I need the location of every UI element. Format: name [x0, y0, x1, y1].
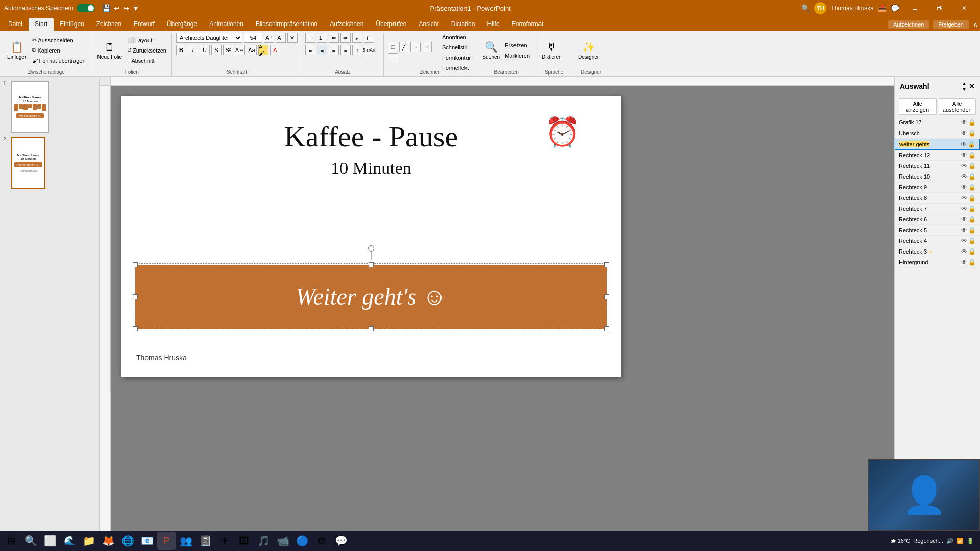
handle-bc[interactable] [369, 326, 374, 331]
visibility-icon[interactable]: 👁 [961, 141, 967, 148]
close-btn[interactable]: ✕ [952, 0, 976, 16]
sel-item[interactable]: Rechteck 9👁🔒 [895, 182, 980, 193]
sel-item[interactable]: Rechteck 7👁🔒 [895, 204, 980, 214]
align-center-btn[interactable]: ≡ [317, 45, 327, 55]
tab-ueberpruefen[interactable]: Überprüfen [370, 18, 412, 31]
handle-tl[interactable] [133, 262, 138, 267]
sel-item[interactable]: Rechteck 4👁🔒 [895, 236, 980, 246]
more-shapes-btn[interactable]: ⋯ [388, 53, 398, 63]
slide-2-thumb[interactable]: Kaffee - Pause 10 Minuten Weiter geht's … [11, 137, 45, 189]
visibility-icon[interactable]: 👁 [961, 130, 967, 137]
share-icon[interactable]: 📤 [878, 4, 887, 12]
tab-aufzeichnen[interactable]: Aufzeichnen [324, 18, 370, 31]
visibility-icon[interactable]: 👁 [961, 184, 967, 191]
redo-icon[interactable]: ↪ [123, 4, 129, 12]
visibility-icon[interactable]: 👁 [961, 152, 967, 159]
zuruecksetzen-btn[interactable]: ↺Zurücksetzen [125, 46, 168, 55]
shadow-btn[interactable]: S² [223, 45, 233, 55]
visibility-icon[interactable]: 👁 [961, 205, 967, 212]
sel-item[interactable]: Rechteck 12👁🔒 [895, 150, 980, 161]
lock-icon[interactable]: 🔒 [968, 152, 976, 159]
autosave-toggle[interactable] [77, 4, 95, 12]
suchen-btn[interactable]: 🔍 Suchen [480, 36, 502, 65]
chrome-btn[interactable]: 🌐 [118, 532, 137, 550]
visibility-icon[interactable]: 👁 [961, 227, 967, 234]
file-explorer-btn[interactable]: 📁 [80, 532, 98, 550]
font-case-btn[interactable]: Aa [247, 45, 257, 55]
visibility-icon[interactable]: 👁 [961, 259, 967, 266]
lock-icon[interactable]: 🔒 [968, 173, 976, 180]
lock-icon[interactable]: 🔒 [968, 162, 976, 169]
extra1-btn[interactable]: 🔵 [293, 532, 311, 550]
sel-item[interactable]: Rechteck 6👁🔒 [895, 214, 980, 225]
lock-icon[interactable]: 🔒 [968, 227, 976, 234]
handle-ml[interactable] [133, 294, 138, 299]
format-uebertragen-btn[interactable]: 🖌Format übertragen [30, 56, 87, 65]
justify-btn[interactable]: ≡ [340, 45, 351, 55]
column-btn[interactable]: ⫼ [364, 33, 374, 43]
edge-btn[interactable]: 🌊 [60, 532, 79, 550]
ersetzen-btn[interactable]: Ersetzen [503, 41, 532, 50]
font-size-increase-btn[interactable]: A⁺ [264, 33, 274, 43]
markieren-btn[interactable]: Markieren [503, 51, 532, 60]
tab-entwurf[interactable]: Entwurf [128, 18, 161, 31]
telegram-btn[interactable]: ✈ [215, 532, 234, 550]
extra2-btn[interactable]: ⚙ [312, 532, 331, 550]
sel-item[interactable]: Rechteck 8👁🔒 [895, 193, 980, 204]
maximize-btn[interactable]: 🗗 [928, 0, 951, 16]
battery-icon[interactable]: 🔋 [967, 538, 974, 544]
layout-btn[interactable]: ⬜Layout [125, 36, 168, 45]
formkontur-btn[interactable]: Formkontur [440, 53, 473, 62]
outlook-btn[interactable]: 📧 [138, 532, 156, 550]
line-shape-btn[interactable]: ╱ [399, 42, 409, 52]
user-avatar[interactable]: TH [814, 2, 826, 14]
rotation-handle[interactable] [368, 245, 374, 252]
slide-1-thumb[interactable]: Kaffee - Pause 10 Minuten Weiter geht's … [11, 81, 49, 133]
font-color-btn[interactable]: A [270, 45, 280, 55]
undo-icon[interactable]: ↩ [114, 4, 120, 12]
visibility-icon[interactable]: 👁 [961, 216, 967, 223]
sel-item[interactable]: Rechteck 3↖👁🔒 [895, 246, 980, 257]
line-spacing-btn[interactable]: ↕ [352, 45, 362, 55]
minimize-btn[interactable]: 🗕 [903, 0, 927, 16]
tab-bildschirm[interactable]: Bildschirmpräsentation [250, 18, 324, 31]
sel-item[interactable]: Rechteck 11👁🔒 [895, 161, 980, 171]
lock-icon[interactable]: 🔒 [968, 194, 976, 202]
tab-formformat[interactable]: Formformat [505, 18, 549, 31]
handle-bl[interactable] [133, 326, 138, 331]
network-icon[interactable]: 📶 [957, 538, 964, 544]
rect-shape-btn[interactable]: □ [388, 42, 398, 52]
visibility-icon[interactable]: 👁 [961, 194, 967, 202]
align-right-btn[interactable]: ≡ [329, 45, 339, 55]
schnelltastenvorlagen-btn[interactable]: Schnellstil [440, 43, 473, 52]
sel-item[interactable]: weiter gehts👁🔒 [895, 139, 980, 150]
lock-icon[interactable]: 🔒 [968, 216, 976, 223]
anordnen-btn[interactable]: Anordnen [440, 33, 473, 42]
abschnitt-btn[interactable]: ≡Abschnitt [125, 56, 168, 65]
panel-close-btn[interactable]: ✕ [969, 82, 975, 90]
panel-collapse-arrows[interactable]: ▲ ▼ [962, 81, 967, 92]
num-list-btn[interactable]: 1≡ [317, 33, 327, 43]
strikethrough-btn[interactable]: S [211, 45, 222, 55]
sel-item[interactable]: Grafik 17👁🔒 [895, 117, 980, 128]
tab-hilfe[interactable]: Hilfe [481, 18, 505, 31]
sel-item[interactable]: Rechteck 10👁🔒 [895, 171, 980, 182]
visibility-icon[interactable]: 👁 [961, 119, 967, 126]
spotify-btn[interactable]: 🎵 [254, 532, 273, 550]
neue-folie-btn[interactable]: 🗒 Neue Folie [95, 36, 124, 65]
powerpoint-taskbar-btn[interactable]: P [157, 532, 176, 550]
lock-icon[interactable]: 🔒 [968, 237, 976, 244]
circle-shape-btn[interactable]: ○ [422, 42, 432, 52]
indent-decrease-btn[interactable]: ⇐ [329, 33, 339, 43]
visibility-icon[interactable]: 👁 [961, 162, 967, 169]
visibility-icon[interactable]: 👁 [961, 248, 967, 255]
lock-icon[interactable]: 🔒 [968, 248, 976, 255]
underline-btn[interactable]: U [200, 45, 210, 55]
tab-dictation[interactable]: Dictation [445, 18, 481, 31]
zoom-btn[interactable]: 📹 [274, 532, 292, 550]
arrow-shape-btn[interactable]: → [410, 42, 421, 52]
handle-tc[interactable] [369, 262, 374, 267]
handle-mr[interactable] [604, 294, 609, 299]
lock-icon[interactable]: 🔒 [968, 141, 975, 148]
font-size-decrease-btn[interactable]: A⁻ [276, 33, 286, 43]
